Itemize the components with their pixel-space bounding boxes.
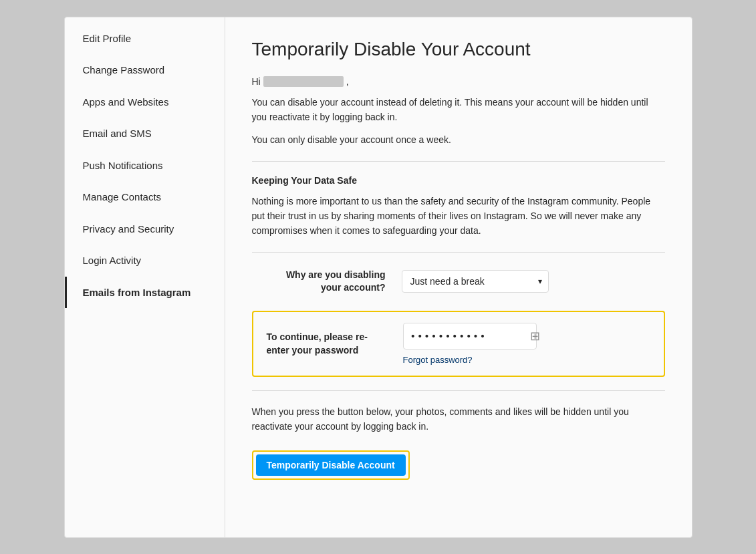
hi-line: Hi , xyxy=(252,76,665,87)
sidebar-item-change-password[interactable]: Change Password xyxy=(65,54,225,86)
password-input-area: ⊞ Forgot password? xyxy=(403,323,537,365)
intro-paragraph-1: You can disable your account instead of … xyxy=(252,95,665,125)
bottom-text: When you press the button below, your ph… xyxy=(252,404,665,434)
username-blurred xyxy=(263,76,344,87)
reason-dropdown[interactable]: Just need a break Privacy concerns Too d… xyxy=(402,270,549,293)
reason-label: Why are you disablingyour account? xyxy=(252,269,386,295)
settings-panel: Edit ProfileChange PasswordApps and Webs… xyxy=(64,17,692,538)
keeping-data-title: Keeping Your Data Safe xyxy=(252,175,665,186)
password-label: To continue, please re-enter your passwo… xyxy=(267,331,387,357)
password-input-wrapper: ⊞ xyxy=(403,323,537,350)
sidebar-item-login-activity[interactable]: Login Activity xyxy=(65,245,225,277)
divider-3 xyxy=(252,390,665,391)
hi-comma: , xyxy=(346,76,349,87)
keeping-data-body: Nothing is more important to us than the… xyxy=(252,194,665,239)
reason-dropdown-container: Just need a break Privacy concerns Too d… xyxy=(402,270,549,293)
sidebar-item-edit-profile[interactable]: Edit Profile xyxy=(65,23,225,55)
page-title: Temporarily Disable Your Account xyxy=(252,39,665,60)
sidebar-item-push-notifications[interactable]: Push Notifications xyxy=(65,150,225,182)
disable-account-button[interactable]: Temporarily Disable Account xyxy=(256,454,406,476)
main-content: Temporarily Disable Your Account Hi , Yo… xyxy=(225,17,692,537)
sidebar-item-manage-contacts[interactable]: Manage Contacts xyxy=(65,181,225,213)
divider-1 xyxy=(252,161,665,162)
reason-row: Why are you disablingyour account? Just … xyxy=(252,269,665,295)
hi-prefix: Hi xyxy=(252,76,261,87)
password-input[interactable] xyxy=(410,331,530,341)
sidebar-item-emails-from-instagram[interactable]: Emails from Instagram xyxy=(65,277,225,309)
show-password-icon[interactable]: ⊞ xyxy=(530,329,540,343)
intro-paragraph-2: You can only disable your account once a… xyxy=(252,132,665,147)
sidebar-item-email-and-sms[interactable]: Email and SMS xyxy=(65,118,225,150)
disable-button-wrapper: Temporarily Disable Account xyxy=(252,450,410,480)
password-section: To continue, please re-enter your passwo… xyxy=(252,311,665,377)
forgot-password-link[interactable]: Forgot password? xyxy=(403,355,537,365)
sidebar-item-apps-and-websites[interactable]: Apps and Websites xyxy=(65,86,225,118)
divider-2 xyxy=(252,252,665,253)
sidebar: Edit ProfileChange PasswordApps and Webs… xyxy=(65,17,225,537)
sidebar-item-privacy-and-security[interactable]: Privacy and Security xyxy=(65,213,225,245)
